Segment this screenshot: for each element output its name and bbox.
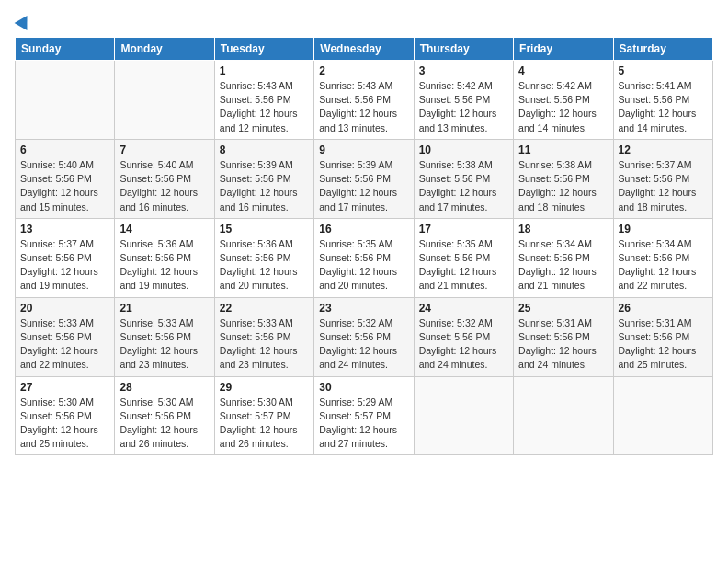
calendar-cell	[514, 376, 613, 455]
weekday-header-wednesday: Wednesday	[314, 38, 414, 61]
day-detail: Sunrise: 5:30 AM Sunset: 5:57 PM Dayligh…	[220, 396, 309, 452]
calendar-cell: 28Sunrise: 5:30 AM Sunset: 5:56 PM Dayli…	[115, 376, 214, 455]
day-number: 8	[220, 144, 309, 156]
day-detail: Sunrise: 5:43 AM Sunset: 5:56 PM Dayligh…	[220, 79, 309, 135]
calendar-cell	[16, 61, 115, 140]
day-number: 22	[220, 302, 309, 315]
calendar-cell: 18Sunrise: 5:34 AM Sunset: 5:56 PM Dayli…	[514, 218, 613, 297]
day-number: 19	[619, 223, 708, 236]
day-number: 26	[619, 302, 708, 315]
calendar-cell: 14Sunrise: 5:36 AM Sunset: 5:56 PM Dayli…	[115, 218, 214, 297]
weekday-header-friday: Friday	[514, 38, 613, 61]
day-detail: Sunrise: 5:38 AM Sunset: 5:56 PM Dayligh…	[419, 158, 508, 214]
calendar-cell: 9Sunrise: 5:39 AM Sunset: 5:56 PM Daylig…	[314, 139, 414, 218]
day-detail: Sunrise: 5:30 AM Sunset: 5:56 PM Dayligh…	[20, 396, 109, 452]
calendar-row-4: 20Sunrise: 5:33 AM Sunset: 5:56 PM Dayli…	[16, 297, 713, 376]
day-detail: Sunrise: 5:40 AM Sunset: 5:56 PM Dayligh…	[20, 158, 109, 214]
calendar-row-5: 27Sunrise: 5:30 AM Sunset: 5:56 PM Dayli…	[16, 376, 713, 455]
day-detail: Sunrise: 5:34 AM Sunset: 5:56 PM Dayligh…	[518, 237, 608, 293]
day-number: 6	[20, 144, 109, 156]
calendar-row-2: 6Sunrise: 5:40 AM Sunset: 5:56 PM Daylig…	[16, 139, 713, 218]
day-detail: Sunrise: 5:37 AM Sunset: 5:56 PM Dayligh…	[20, 237, 109, 293]
calendar-cell: 26Sunrise: 5:31 AM Sunset: 5:56 PM Dayli…	[613, 297, 712, 376]
day-number: 4	[518, 64, 608, 77]
day-detail: Sunrise: 5:31 AM Sunset: 5:56 PM Dayligh…	[619, 316, 708, 373]
calendar-cell: 21Sunrise: 5:33 AM Sunset: 5:56 PM Dayli…	[115, 297, 214, 376]
day-number: 14	[119, 223, 209, 236]
day-detail: Sunrise: 5:36 AM Sunset: 5:56 PM Dayligh…	[220, 237, 309, 293]
day-number: 30	[319, 381, 408, 394]
calendar-cell: 24Sunrise: 5:32 AM Sunset: 5:56 PM Dayli…	[414, 297, 513, 376]
calendar-cell: 16Sunrise: 5:35 AM Sunset: 5:56 PM Dayli…	[314, 218, 414, 297]
header	[15, 15, 713, 28]
calendar-cell: 1Sunrise: 5:43 AM Sunset: 5:56 PM Daylig…	[214, 61, 313, 140]
day-detail: Sunrise: 5:36 AM Sunset: 5:56 PM Dayligh…	[119, 237, 209, 293]
calendar-cell: 12Sunrise: 5:37 AM Sunset: 5:56 PM Dayli…	[613, 139, 712, 218]
calendar-cell: 4Sunrise: 5:42 AM Sunset: 5:56 PM Daylig…	[514, 61, 613, 140]
logo-triangle-icon	[15, 12, 34, 30]
day-number: 12	[619, 144, 708, 156]
day-number: 27	[20, 381, 109, 394]
day-detail: Sunrise: 5:33 AM Sunset: 5:56 PM Dayligh…	[119, 316, 209, 373]
day-number: 10	[419, 144, 508, 156]
calendar-cell: 30Sunrise: 5:29 AM Sunset: 5:57 PM Dayli…	[314, 376, 414, 455]
calendar-cell: 19Sunrise: 5:34 AM Sunset: 5:56 PM Dayli…	[613, 218, 712, 297]
weekday-header-tuesday: Tuesday	[214, 38, 313, 61]
day-number: 25	[518, 302, 608, 315]
calendar-cell: 5Sunrise: 5:41 AM Sunset: 5:56 PM Daylig…	[613, 61, 712, 140]
day-detail: Sunrise: 5:35 AM Sunset: 5:56 PM Dayligh…	[419, 237, 508, 293]
calendar-cell: 2Sunrise: 5:43 AM Sunset: 5:56 PM Daylig…	[314, 61, 414, 140]
day-number: 5	[619, 64, 708, 77]
weekday-header-sunday: Sunday	[16, 38, 115, 61]
calendar-cell	[613, 376, 712, 455]
day-detail: Sunrise: 5:29 AM Sunset: 5:57 PM Dayligh…	[319, 396, 408, 452]
calendar-cell: 6Sunrise: 5:40 AM Sunset: 5:56 PM Daylig…	[16, 139, 115, 218]
calendar-cell	[414, 376, 513, 455]
weekday-header-saturday: Saturday	[613, 38, 712, 61]
day-detail: Sunrise: 5:32 AM Sunset: 5:56 PM Dayligh…	[319, 316, 408, 373]
day-detail: Sunrise: 5:33 AM Sunset: 5:56 PM Dayligh…	[20, 316, 109, 373]
day-detail: Sunrise: 5:41 AM Sunset: 5:56 PM Dayligh…	[619, 79, 708, 135]
day-number: 1	[220, 64, 309, 77]
day-number: 15	[220, 223, 309, 236]
day-detail: Sunrise: 5:34 AM Sunset: 5:56 PM Dayligh…	[619, 237, 708, 293]
calendar-cell: 20Sunrise: 5:33 AM Sunset: 5:56 PM Dayli…	[16, 297, 115, 376]
day-number: 3	[419, 64, 508, 77]
day-number: 17	[419, 223, 508, 236]
calendar-cell: 11Sunrise: 5:38 AM Sunset: 5:56 PM Dayli…	[514, 139, 613, 218]
calendar-cell: 3Sunrise: 5:42 AM Sunset: 5:56 PM Daylig…	[414, 61, 513, 140]
day-detail: Sunrise: 5:30 AM Sunset: 5:56 PM Dayligh…	[119, 396, 209, 452]
day-detail: Sunrise: 5:39 AM Sunset: 5:56 PM Dayligh…	[319, 158, 408, 214]
day-number: 28	[119, 381, 209, 394]
calendar-cell: 29Sunrise: 5:30 AM Sunset: 5:57 PM Dayli…	[214, 376, 313, 455]
day-number: 29	[220, 381, 309, 394]
day-number: 23	[319, 302, 408, 315]
day-detail: Sunrise: 5:42 AM Sunset: 5:56 PM Dayligh…	[419, 79, 508, 135]
calendar-table: SundayMondayTuesdayWednesdayThursdayFrid…	[15, 37, 713, 455]
day-detail: Sunrise: 5:40 AM Sunset: 5:56 PM Dayligh…	[119, 158, 209, 214]
day-number: 21	[119, 302, 209, 315]
calendar-cell	[115, 61, 214, 140]
day-detail: Sunrise: 5:32 AM Sunset: 5:56 PM Dayligh…	[419, 316, 508, 373]
day-detail: Sunrise: 5:31 AM Sunset: 5:56 PM Dayligh…	[518, 316, 608, 373]
day-number: 7	[119, 144, 209, 156]
day-detail: Sunrise: 5:42 AM Sunset: 5:56 PM Dayligh…	[518, 79, 608, 135]
weekday-header-monday: Monday	[115, 38, 214, 61]
day-detail: Sunrise: 5:33 AM Sunset: 5:56 PM Dayligh…	[220, 316, 309, 373]
calendar-cell: 17Sunrise: 5:35 AM Sunset: 5:56 PM Dayli…	[414, 218, 513, 297]
calendar-cell: 15Sunrise: 5:36 AM Sunset: 5:56 PM Dayli…	[214, 218, 313, 297]
day-detail: Sunrise: 5:38 AM Sunset: 5:56 PM Dayligh…	[518, 158, 608, 214]
day-number: 13	[20, 223, 109, 236]
day-number: 24	[419, 302, 508, 315]
day-detail: Sunrise: 5:39 AM Sunset: 5:56 PM Dayligh…	[220, 158, 309, 214]
day-detail: Sunrise: 5:37 AM Sunset: 5:56 PM Dayligh…	[619, 158, 708, 214]
calendar-cell: 25Sunrise: 5:31 AM Sunset: 5:56 PM Dayli…	[514, 297, 613, 376]
day-number: 18	[518, 223, 608, 236]
weekday-header-thursday: Thursday	[414, 38, 513, 61]
calendar-row-3: 13Sunrise: 5:37 AM Sunset: 5:56 PM Dayli…	[16, 218, 713, 297]
day-number: 9	[319, 144, 408, 156]
calendar-row-1: 1Sunrise: 5:43 AM Sunset: 5:56 PM Daylig…	[16, 61, 713, 140]
calendar-cell: 10Sunrise: 5:38 AM Sunset: 5:56 PM Dayli…	[414, 139, 513, 218]
calendar-cell: 22Sunrise: 5:33 AM Sunset: 5:56 PM Dayli…	[214, 297, 313, 376]
calendar-cell: 7Sunrise: 5:40 AM Sunset: 5:56 PM Daylig…	[115, 139, 214, 218]
